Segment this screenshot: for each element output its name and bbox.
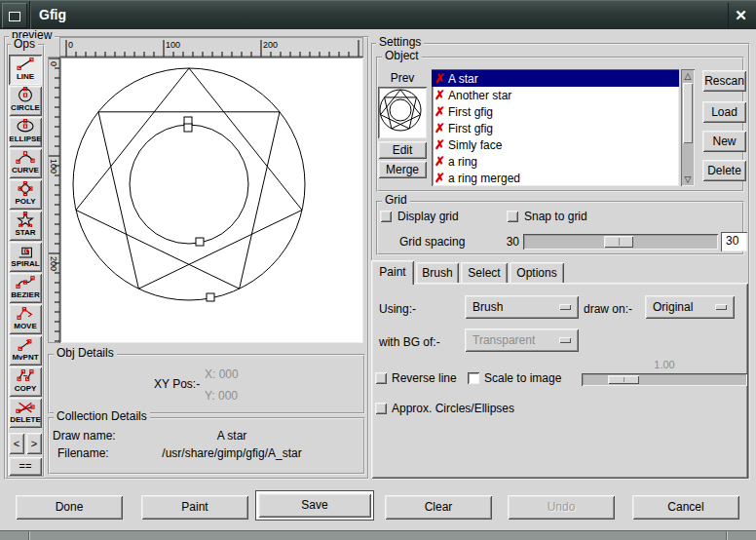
object-name: a ring <box>448 155 477 169</box>
display-grid-checkbox[interactable] <box>380 211 392 222</box>
object-list-item[interactable]: ✗First gfig <box>432 103 679 120</box>
horizontal-ruler: 0100200 <box>59 37 363 57</box>
using-dropdown-value: Brush <box>472 300 503 314</box>
snap-to-grid-checkbox[interactable] <box>507 211 518 222</box>
line-icon <box>9 56 42 72</box>
tool-curve-button[interactable]: CURVE <box>9 148 42 178</box>
delete-cross-icon: ✗ <box>435 154 448 169</box>
delete-cross-icon: ✗ <box>435 104 448 119</box>
cancel-button[interactable]: Cancel <box>632 495 739 520</box>
tool-copy-button[interactable]: COPY <box>9 366 42 397</box>
new-button[interactable]: New <box>702 131 746 152</box>
delete-cross-icon: ✗ <box>435 171 448 185</box>
tool-circle-button[interactable]: CIRCLE <box>9 86 42 116</box>
save-button[interactable]: Save <box>258 493 371 518</box>
tool-label: STAR <box>9 228 42 237</box>
delete-cross-icon: ✗ <box>435 71 448 86</box>
collection-details-label: Collection Details <box>54 410 150 423</box>
rescan-button[interactable]: Rescan <box>702 70 746 92</box>
bezier-icon <box>9 274 42 290</box>
dropdown-indicator-icon <box>559 304 571 310</box>
gfig-dialog-window: Gfig ✕ preview Ops LINECIRCLEELLIPSECURV… <box>0 0 756 540</box>
window-resize-bar[interactable] <box>0 530 756 540</box>
edit-button[interactable]: Edit <box>378 141 427 159</box>
tool-bezier-button[interactable]: BEZIER <box>9 273 42 303</box>
using-label: Using:- <box>379 302 416 316</box>
svg-text:200: 200 <box>49 256 58 271</box>
scrollbar-down-icon[interactable]: ▽ <box>681 173 695 186</box>
grid-spacing-entry[interactable]: 30 <box>721 232 747 251</box>
spiral-icon <box>9 243 42 259</box>
titlebar: Gfig ✕ <box>0 0 756 29</box>
scale-to-image-label: Scale to image <box>484 371 561 385</box>
dropdown-indicator-icon <box>715 304 727 310</box>
window-menu-button[interactable] <box>2 3 27 28</box>
load-button[interactable]: Load <box>702 101 746 123</box>
clear-button[interactable]: Clear <box>385 495 492 520</box>
drawing-canvas[interactable] <box>59 57 363 343</box>
poly-icon <box>9 180 42 197</box>
draw-on-dropdown[interactable]: Original <box>645 295 735 319</box>
reverse-line-checkbox[interactable] <box>375 372 387 384</box>
object-list-item[interactable]: ✗First gfig <box>432 120 679 136</box>
merge-button[interactable]: Merge <box>378 161 427 178</box>
paint-button[interactable]: Paint <box>141 495 248 520</box>
tool-label: CIRCLE <box>9 103 42 112</box>
draw-name-label: Draw name: <box>53 429 116 443</box>
scale-slider[interactable] <box>582 373 747 386</box>
tool-poly-button[interactable]: POLY <box>9 179 42 210</box>
window-title: Gfig <box>39 7 66 22</box>
mvpnt-icon <box>9 336 42 353</box>
next-object-button[interactable]: > <box>26 433 42 454</box>
approx-circles-checkbox[interactable] <box>375 403 387 414</box>
delete-button[interactable]: Delete <box>702 160 746 181</box>
tab-paint[interactable]: Paint <box>371 260 414 285</box>
ellipse-icon <box>9 118 42 135</box>
using-dropdown[interactable]: Brush <box>465 295 579 319</box>
scrollbar-thumb[interactable] <box>683 83 693 143</box>
object-list-item[interactable]: ✗a ring <box>432 153 679 170</box>
scrollbar-up-icon[interactable]: △ <box>681 69 695 83</box>
tool-ellipse-button[interactable]: ELLIPSE <box>9 117 42 147</box>
draw-name-value: A star <box>107 429 357 443</box>
grid-spacing-slider[interactable] <box>523 234 718 250</box>
svg-text:100: 100 <box>166 40 180 50</box>
scale-to-image-checkbox[interactable] <box>468 372 479 384</box>
control-point-handle <box>196 238 204 246</box>
tool-line-button[interactable]: LINE <box>9 55 42 85</box>
control-point-handle <box>207 293 214 301</box>
close-icon[interactable]: ✕ <box>728 3 753 28</box>
tool-move-button[interactable]: MOVE <box>9 304 42 334</box>
tool-label: ELLIPSE <box>9 135 42 143</box>
object-list-item[interactable]: ✗A star <box>432 70 679 87</box>
object-name: A star <box>448 72 478 86</box>
object-list-scrollbar[interactable]: △ ▽ <box>681 69 695 186</box>
undo-button[interactable]: Undo <box>508 495 615 520</box>
done-button[interactable]: Done <box>16 495 123 520</box>
tab-options[interactable]: Options <box>510 262 564 284</box>
object-list-item[interactable]: ✗a ring merged <box>432 170 679 186</box>
tool-delete-button[interactable]: DELETE <box>9 398 42 428</box>
object-list[interactable]: ✗A star✗Another star✗First gfig✗First gf… <box>432 69 679 186</box>
obj-details-label: Obj Details <box>54 347 117 360</box>
grid-spacing-min-value: 30 <box>492 235 519 249</box>
tab-select[interactable]: Select <box>461 262 508 284</box>
draw-on-label: draw on:- <box>584 302 632 316</box>
tab-brush[interactable]: Brush <box>416 262 459 284</box>
delete-icon <box>9 399 42 415</box>
svg-text:200: 200 <box>263 40 278 50</box>
filename-label: Filename: <box>57 446 109 460</box>
object-name: First gfig <box>448 122 493 135</box>
tool-mvpnt-button[interactable]: MvPNT <box>9 335 42 366</box>
show-all-button[interactable]: == <box>9 457 42 476</box>
grid-spacing-slider-handle[interactable] <box>604 236 633 248</box>
tool-star-button[interactable]: STAR <box>9 211 42 241</box>
object-name: Simly face <box>448 138 502 152</box>
draw-on-dropdown-value: Original <box>653 300 693 314</box>
tool-spiral-button[interactable]: SPIRAL <box>9 242 42 272</box>
object-list-item[interactable]: ✗Another star <box>432 87 679 103</box>
prev-object-button[interactable]: < <box>9 433 24 454</box>
xy-pos-label: XY Pos:- <box>154 377 200 391</box>
scale-slider-handle[interactable] <box>608 375 639 384</box>
object-list-item[interactable]: ✗Simly face <box>432 136 679 153</box>
